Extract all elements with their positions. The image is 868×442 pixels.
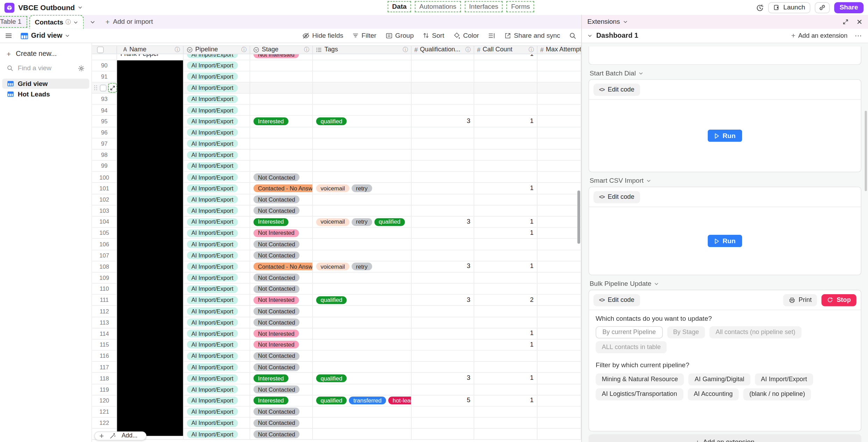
- qualification-cell[interactable]: [412, 306, 474, 317]
- call-count-cell[interactable]: 1: [474, 328, 538, 339]
- tags-cell[interactable]: [313, 228, 412, 238]
- qualification-cell[interactable]: [412, 71, 474, 82]
- max-attempts-cell[interactable]: [538, 183, 581, 194]
- call-count-cell[interactable]: [474, 71, 538, 82]
- pipeline-cell[interactable]: AI Import/Export: [184, 306, 250, 317]
- pipeline-cell[interactable]: AI Import/Export: [184, 295, 250, 305]
- pipeline-cell[interactable]: AI Import/Export: [184, 172, 250, 182]
- tags-cell[interactable]: [313, 239, 412, 249]
- max-attempts-cell[interactable]: [538, 239, 581, 249]
- qualification-cell[interactable]: 3: [412, 261, 474, 272]
- pipeline-cell[interactable]: AI Import/Export: [184, 228, 250, 238]
- tags-cell[interactable]: qualifiedtransferredhot-lead: [313, 395, 412, 406]
- info-icon[interactable]: ⓘ: [403, 46, 408, 53]
- section-bulk-pipeline-update[interactable]: Bulk Pipeline Update: [590, 280, 860, 288]
- qualification-cell[interactable]: [412, 328, 474, 339]
- tags-cell[interactable]: voicemailretry: [313, 183, 412, 194]
- max-attempts-cell[interactable]: [538, 172, 581, 182]
- dashboard-collapse-chevron-icon[interactable]: [588, 33, 592, 38]
- stage-cell[interactable]: Interested: [250, 217, 313, 227]
- qualification-cell[interactable]: 3: [412, 295, 474, 305]
- qualification-cell[interactable]: [412, 273, 474, 283]
- close-panel-icon[interactable]: ✕: [856, 18, 862, 26]
- qualification-cell[interactable]: [412, 138, 474, 149]
- max-attempts-cell[interactable]: [538, 395, 581, 406]
- stage-cell[interactable]: [250, 60, 313, 71]
- stage-cell[interactable]: Not Contacted: [250, 205, 313, 216]
- pipeline-cell[interactable]: AI Import/Export: [184, 429, 250, 439]
- qualification-cell[interactable]: [412, 150, 474, 160]
- create-new-view-button[interactable]: + Create new...: [0, 48, 92, 60]
- view-sidebar-toggle-icon[interactable]: [5, 32, 12, 39]
- column-header-name[interactable]: ANameⓘ: [117, 46, 184, 54]
- info-icon[interactable]: ⓘ: [175, 46, 180, 53]
- base-title[interactable]: VBCE Outbound: [18, 3, 74, 12]
- pipeline-cell[interactable]: AI Import/Export: [184, 340, 250, 350]
- row-checkbox[interactable]: [100, 85, 106, 91]
- qualification-cell[interactable]: [412, 340, 474, 350]
- pipeline-cell[interactable]: AI Import/Export: [184, 250, 250, 261]
- stage-cell[interactable]: Not Contacted: [250, 317, 313, 328]
- tab-contacts[interactable]: Contacts ⓘ: [30, 15, 83, 29]
- max-attempts-cell[interactable]: [538, 317, 581, 328]
- pipeline-cell[interactable]: AI Import/Export: [184, 384, 250, 394]
- history-icon[interactable]: [756, 3, 764, 11]
- tab-table-1[interactable]: Table 1: [0, 17, 27, 27]
- stage-cell[interactable]: Not Contacted: [250, 351, 313, 361]
- run-button[interactable]: Run: [707, 235, 742, 247]
- tags-cell[interactable]: [313, 273, 412, 283]
- expand-panel-icon[interactable]: [842, 19, 848, 25]
- tags-cell[interactable]: [313, 71, 412, 82]
- max-attempts-cell[interactable]: [538, 340, 581, 350]
- call-count-cell[interactable]: [474, 317, 538, 328]
- share-button[interactable]: Share: [834, 2, 864, 13]
- column-header-tags[interactable]: Tagsⓘ: [313, 46, 412, 54]
- stage-cell[interactable]: Not Contacted: [250, 418, 313, 428]
- select-all-checkbox[interactable]: [97, 46, 104, 53]
- column-header-stage[interactable]: Stageⓘ: [250, 46, 313, 54]
- tags-cell[interactable]: qualified: [313, 116, 412, 126]
- tags-cell[interactable]: [313, 194, 412, 205]
- tags-cell[interactable]: [313, 351, 412, 361]
- qualification-cell[interactable]: [412, 60, 474, 71]
- stage-cell[interactable]: Interested: [250, 395, 313, 406]
- nav-tab-forms[interactable]: Forms: [507, 2, 534, 12]
- stage-cell[interactable]: [250, 127, 313, 138]
- pipeline-cell[interactable]: AI Import/Export: [184, 183, 250, 194]
- stage-cell[interactable]: Contacted - No Answer: [250, 261, 313, 272]
- column-header-pipeline[interactable]: Pipelineⓘ: [184, 46, 250, 54]
- tags-cell[interactable]: [313, 317, 412, 328]
- tags-cell[interactable]: [313, 205, 412, 216]
- find-a-view-input[interactable]: Find a view: [0, 60, 92, 76]
- toolbar-group-button[interactable]: Group: [385, 32, 414, 40]
- call-count-cell[interactable]: [474, 406, 538, 417]
- stage-cell[interactable]: [250, 71, 313, 82]
- qualification-cell[interactable]: 3: [412, 217, 474, 227]
- call-count-cell[interactable]: [474, 429, 538, 439]
- toolbar-eye-off-button[interactable]: Hide fields: [302, 32, 343, 40]
- qualification-cell[interactable]: [412, 351, 474, 361]
- toolbar-row-height-icon[interactable]: [488, 32, 495, 39]
- call-count-cell[interactable]: [474, 205, 538, 216]
- call-count-cell[interactable]: [474, 362, 538, 372]
- qualification-cell[interactable]: [412, 161, 474, 171]
- stage-cell[interactable]: Not Contacted: [250, 306, 313, 317]
- grid-vertical-scrollbar[interactable]: [577, 190, 580, 244]
- stage-cell[interactable]: [250, 94, 313, 104]
- stage-cell[interactable]: Not Contacted: [250, 172, 313, 182]
- tags-cell[interactable]: [313, 328, 412, 339]
- pipeline-cell[interactable]: AI Import/Export: [184, 239, 250, 249]
- qualification-cell[interactable]: 3: [412, 373, 474, 383]
- call-count-cell[interactable]: [474, 273, 538, 283]
- toolbar-sort-button[interactable]: Sort: [422, 32, 444, 40]
- expand-record-button[interactable]: [109, 84, 116, 92]
- qualification-cell[interactable]: [412, 205, 474, 216]
- call-count-cell[interactable]: [474, 172, 538, 182]
- stop-button[interactable]: Stop: [822, 294, 856, 306]
- qualification-cell[interactable]: 5: [412, 395, 474, 406]
- pipeline-cell[interactable]: AI Import/Export: [184, 261, 250, 272]
- stage-cell[interactable]: Contacted - No Answer: [250, 183, 313, 194]
- add-or-import-button[interactable]: + Add or import: [105, 18, 153, 26]
- panel-vertical-scrollbar[interactable]: [865, 111, 867, 191]
- max-attempts-cell[interactable]: [538, 55, 581, 60]
